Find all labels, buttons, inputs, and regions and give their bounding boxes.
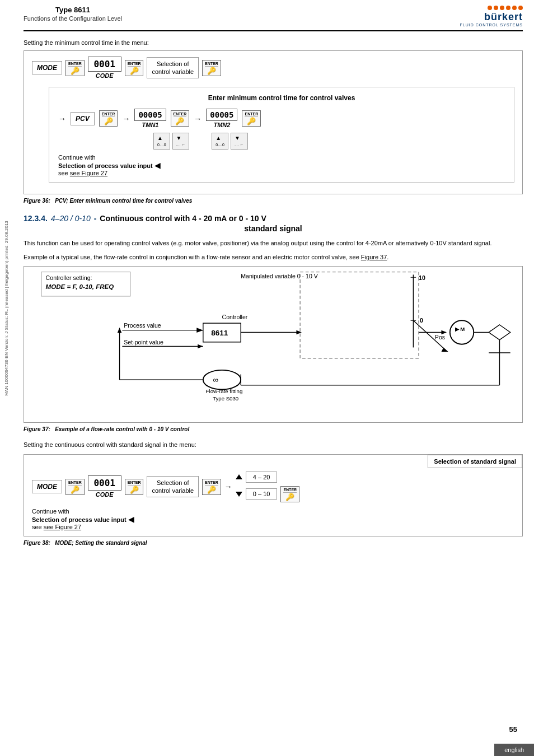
section-1234-heading: 12.3.4. 4–20 / 0-10 - Continuous control… <box>24 214 523 233</box>
fig38-enter-icon-3: 🔑 <box>207 486 216 493</box>
svg-text:Controller setting:: Controller setting: <box>46 274 92 281</box>
fig38-enter-display-2: ENTER 🔑 <box>125 479 144 495</box>
enter-pcv-2: ENTER 🔑 <box>171 110 190 127</box>
tri-down-icon <box>236 492 242 497</box>
fig27-link-2[interactable]: see Figure 27 <box>44 524 81 530</box>
fig36-cap-num: Figure 36: <box>24 198 50 204</box>
logo-tagline: FLUID CONTROL SYSTEMS <box>460 23 523 27</box>
code-display-1: 0001 CODE <box>88 57 121 79</box>
fig36-inner-title: Enter minimum control time for control v… <box>58 94 505 102</box>
svg-text:Process value: Process value <box>124 322 161 329</box>
body-text-1: This function can be used for operating … <box>24 239 523 248</box>
fig38-continue-bold: Selection of process value input <box>32 516 127 523</box>
enter-display-1: ENTER 🔑 <box>65 60 85 76</box>
enter-pcv-1: ENTER 🔑 <box>99 110 118 127</box>
burkert-logo: bürkert FLUID CONTROL SYSTEMS <box>460 6 523 27</box>
enter-icon-3: 🔑 <box>207 67 216 74</box>
enter-top-pcv-1: ENTER <box>102 112 115 117</box>
fig38-enter-display-1: ENTER 🔑 <box>65 479 85 495</box>
svg-text:∞: ∞ <box>213 376 218 384</box>
see-label: see <box>58 170 70 176</box>
enter-icon-pcv-1: 🔑 <box>104 118 113 125</box>
section-dash: - <box>94 214 97 223</box>
enter-top-3: ENTER <box>205 62 218 67</box>
svg-text:10: 10 <box>419 274 425 281</box>
section-title-main: Continuous control with 4 - 20 mA or 0 -… <box>100 214 266 223</box>
fig38-see-label: see <box>32 524 44 530</box>
svg-marker-12 <box>441 347 448 352</box>
fig38-code-label: CODE <box>96 491 114 498</box>
dot4 <box>506 6 510 10</box>
svg-point-33 <box>203 370 241 390</box>
lang-bar: english <box>494 744 534 756</box>
adj-down-2[interactable]: ▼.... ← <box>231 133 248 150</box>
section-title-line2: standard signal <box>24 224 523 233</box>
code-value-1: 0001 <box>88 57 121 72</box>
fig38-continue: Continue with Selection of process value… <box>32 508 514 530</box>
ctrl-svg: Controller setting: MODE = F, 0-10, FREQ… <box>24 267 522 412</box>
section-title-line1: 12.3.4. 4–20 / 0-10 - Continuous control… <box>24 214 523 223</box>
adj-tmn1: ▲0....0 ▼.... ← <box>153 133 189 150</box>
fig38-enter-display-4: ENTER 🔑 <box>280 486 299 502</box>
fig38-enter-1: ENTER 🔑 <box>65 479 85 495</box>
enter-display-pcv-2: ENTER 🔑 <box>171 110 190 127</box>
fig38-top-row: MODE ENTER 🔑 0001 CODE ENTER 🔑 Selection… <box>32 472 514 502</box>
fig37-cap-num: Figure 37: <box>24 426 50 432</box>
adj-tmn2: ▲0....0 ▼.... ← <box>212 133 247 150</box>
opt2-label: 0 – 10 <box>253 491 270 497</box>
fig36-top-row: MODE ENTER 🔑 0001 CODE ENTER 🔑 Selection… <box>32 57 514 79</box>
svg-text:MODE = F, 0-10, FREQ: MODE = F, 0-10, FREQ <box>46 283 114 290</box>
svg-text:Set-point value: Set-point value <box>124 339 163 346</box>
svg-marker-42 <box>118 328 122 333</box>
sel-signal-title: Selection of standard signal <box>434 458 516 465</box>
adj-up-1[interactable]: ▲0....0 <box>153 133 170 150</box>
fig37-diagram: Controller setting: MODE = F, 0-10, FREQ… <box>24 266 523 423</box>
fig38-continue-label: Continue with <box>32 508 69 515</box>
tmn1-group: 00005 TMN1 <box>134 109 166 128</box>
fig38-enter-icon-4: 🔑 <box>285 493 294 501</box>
fig38-cap-num: Figure 38: <box>24 540 50 546</box>
enter-btn-2: ENTER 🔑 <box>125 60 144 76</box>
header-left: Type 8611 Functions of the Configuration… <box>24 6 122 22</box>
dot6 <box>518 6 523 10</box>
enter-top-pcv-3: ENTER <box>245 112 258 117</box>
page-number: 55 <box>509 725 517 734</box>
svg-text:Controller: Controller <box>222 314 248 320</box>
sel-signal-box: Selection of standard signal <box>428 455 522 468</box>
enter-btn-3: ENTER 🔑 <box>202 60 221 76</box>
section-num: 12.3.4. <box>24 214 48 223</box>
enter-icon-2: 🔑 <box>130 67 139 74</box>
tri-up-icon <box>236 474 242 479</box>
tmn2-label: TMN2 <box>213 122 230 128</box>
fig36-caption: Figure 36: PCV; Enter minimum control ti… <box>24 198 523 204</box>
fig37-link[interactable]: Figure 37 <box>361 254 387 260</box>
enter-top-pcv-2: ENTER <box>174 112 187 117</box>
signal-opt-2: 0 – 10 ENTER 🔑 <box>236 486 299 502</box>
adj-up-2[interactable]: ▲0....0 <box>212 133 228 150</box>
enter-top-1: ENTER <box>68 62 82 67</box>
fig38-enter-top-3: ENTER <box>205 480 218 486</box>
svg-marker-30 <box>489 325 510 340</box>
page-title: Type 8611 <box>24 6 122 14</box>
dot1 <box>488 6 492 10</box>
enter-display-pcv-1: ENTER 🔑 <box>99 110 118 127</box>
tmn1-label: TMN1 <box>142 122 159 128</box>
fig36-cap-text: PCV; Enter minimum control time for cont… <box>55 198 192 204</box>
fig38-enter-top-1: ENTER <box>68 480 82 486</box>
enter-display-pcv-3: ENTER 🔑 <box>242 110 261 127</box>
fig38-enter-top-2: ENTER <box>128 480 141 486</box>
tmn1-value: 00005 <box>134 109 166 121</box>
arrow-left-2: ◀ <box>128 515 134 524</box>
fig38-code-value: 0001 <box>88 475 121 491</box>
enter-icon-pcv-2: 🔑 <box>175 118 184 125</box>
logo-name: bürkert <box>484 11 523 23</box>
fig36-continue: Continue with Selection of process value… <box>58 154 505 176</box>
continue-bold: Selection of process value input <box>58 162 153 169</box>
fig38-enter-2: ENTER 🔑 <box>125 479 144 495</box>
adj-down-1[interactable]: ▼.... ← <box>172 133 190 150</box>
fig27-link[interactable]: see Figure 27 <box>70 170 107 176</box>
sidebar-text: MAN 1000094736 EN Version: J Status: RL … <box>4 221 9 396</box>
pcv-row: → PCV ENTER 🔑 → 00005 TMN1 ENTER <box>58 109 505 128</box>
svg-text:M: M <box>460 326 465 332</box>
svg-text:Pos: Pos <box>435 334 445 340</box>
